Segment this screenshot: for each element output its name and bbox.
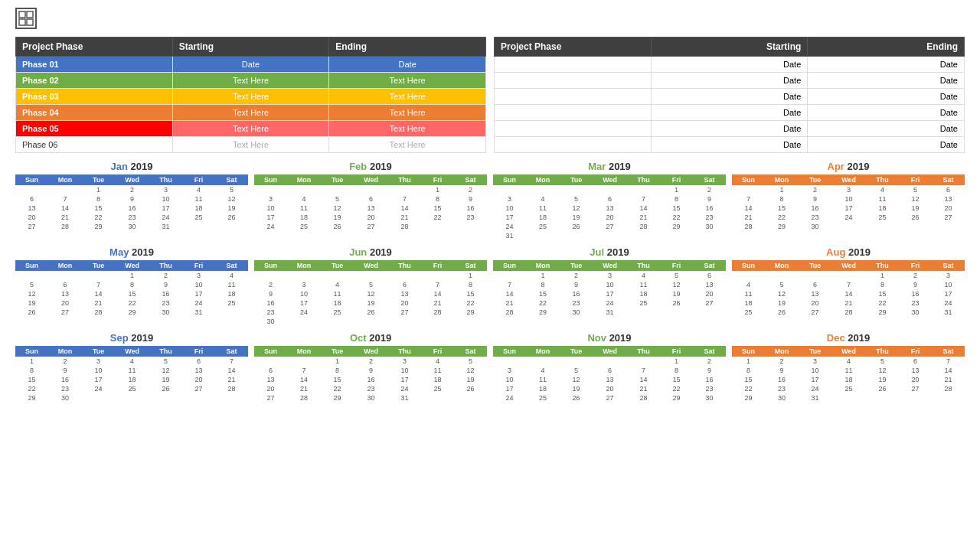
phase-row-2: Phase 02 Text Here Text Here [16,73,486,89]
cal-day-cell: 5 [560,194,593,204]
cal-day-cell: 19 [560,213,593,222]
cal-day-cell: 17 [593,289,627,298]
cal-day-cell [48,185,82,194]
cal-day-cell: 9 [354,366,388,375]
cal-day-cell: 24 [149,213,182,222]
cal-week-row: 13141516171819 [254,375,487,384]
cal-table-may: SunMonTueWedThuFriSat1234567891011121314… [15,260,248,317]
cal-day-cell: 26 [15,308,48,317]
cal-day-cell: 30 [799,222,831,231]
day-header-sat: Sat [693,174,726,185]
cal-day-cell: 11 [866,194,899,204]
cal-day-cell: 15 [454,289,487,298]
cal-week-row: 567891011 [15,280,248,289]
cal-day-cell [454,222,487,231]
day-header-sun: Sun [493,346,526,357]
cal-day-cell: 5 [215,185,248,194]
day-header-fri: Fri [182,174,215,185]
cal-day-cell: 22 [15,384,48,393]
cal-week-row: 20212223242526 [254,384,487,393]
month-jul: Jul 2019SunMonTueWedThuFriSat12345678910… [493,246,726,326]
cal-day-cell: 29 [732,393,765,403]
cal-day-cell: 9 [454,194,487,204]
cal-week-row: 17181920212223 [493,384,726,393]
cal-day-cell: 21 [831,298,866,308]
cal-day-cell: 24 [799,384,831,393]
cal-day-cell: 29 [82,222,115,231]
cal-day-cell: 8 [454,280,487,289]
cal-day-cell: 3 [388,357,421,366]
cal-table-apr: SunMonTueWedThuFriSat1234567891011121314… [732,174,965,231]
cal-week-row: 2425262728 [254,222,487,231]
cal-day-cell: 6 [799,280,831,289]
cal-day-cell: 3 [254,194,287,204]
cal-week-row: 10111213141516 [493,375,726,384]
cal-day-cell: 3 [149,185,182,194]
cal-day-cell: 11 [627,280,660,289]
cal-day-cell: 13 [48,289,82,298]
cal-day-cell: 23 [149,298,182,308]
cal-day-cell: 17 [82,375,115,384]
cal-day-cell: 30 [560,308,593,317]
day-header-sun: Sun [732,260,765,271]
cal-day-cell: 29 [765,222,799,231]
cal-day-cell: 11 [526,204,560,213]
cal-day-cell: 20 [48,298,82,308]
cal-day-cell: 27 [354,222,388,231]
cal-day-cell: 15 [82,204,115,213]
cal-day-cell: 22 [660,384,693,393]
cal-day-cell [149,393,182,403]
day-header-thu: Thu [627,174,660,185]
cal-week-row: 22232425262728 [732,384,965,393]
cal-day-cell: 30 [693,222,726,231]
day-header-sat: Sat [215,346,248,357]
cal-day-cell: 3 [493,194,526,204]
cal-day-cell: 4 [526,366,560,375]
cal-day-cell: 27 [593,222,627,231]
cal-day-cell: 4 [321,280,354,289]
cal-week-row: 12345 [254,357,487,366]
day-header-wed: Wed [354,346,388,357]
cal-week-row: 262728293031 [15,308,248,317]
cal-day-cell [82,271,115,280]
month-dec: Dec 2019SunMonTueWedThuFriSat12345678910… [732,332,965,403]
phase-right-2-start: Date [651,73,808,89]
cal-day-cell: 26 [321,222,354,231]
cal-week-row: 12 [493,185,726,194]
cal-day-cell: 28 [287,393,321,403]
day-header-mon: Mon [526,346,560,357]
phase-6-name: Phase 06 [16,137,173,153]
cal-day-cell: 30 [48,393,82,403]
cal-day-cell: 31 [493,231,526,240]
month-apr: Apr 2019SunMonTueWedThuFriSat12345678910… [732,161,965,240]
day-header-mon: Mon [48,260,82,271]
cal-day-cell: 28 [932,384,965,393]
cal-day-cell: 26 [866,384,899,393]
cal-day-cell: 10 [149,194,182,204]
cal-day-cell: 8 [866,280,899,289]
day-header-wed: Wed [593,174,627,185]
cal-day-cell: 1 [421,185,454,194]
cal-day-cell: 12 [321,204,354,213]
cal-day-cell: 2 [765,357,799,366]
phase-right-4-name [495,105,652,121]
cal-day-cell: 3 [182,271,215,280]
cal-day-cell [15,271,48,280]
cal-day-cell: 16 [899,289,932,298]
cal-day-cell: 23 [560,298,593,308]
cal-day-cell: 21 [627,213,660,222]
month-title-dec: Dec 2019 [732,332,965,344]
cal-week-row: 3456789 [254,194,487,204]
cal-day-cell: 20 [899,375,932,384]
cal-day-cell: 18 [115,375,149,384]
cal-day-cell: 15 [765,204,799,213]
cal-day-cell: 17 [287,298,321,308]
cal-day-cell: 12 [15,289,48,298]
cal-day-cell [932,222,965,231]
cal-day-cell: 11 [287,204,321,213]
cal-day-cell: 3 [82,357,115,366]
cal-day-cell: 26 [354,308,388,317]
cal-day-cell: 11 [526,375,560,384]
cal-week-row: 12 [493,357,726,366]
cal-day-cell: 24 [287,308,321,317]
